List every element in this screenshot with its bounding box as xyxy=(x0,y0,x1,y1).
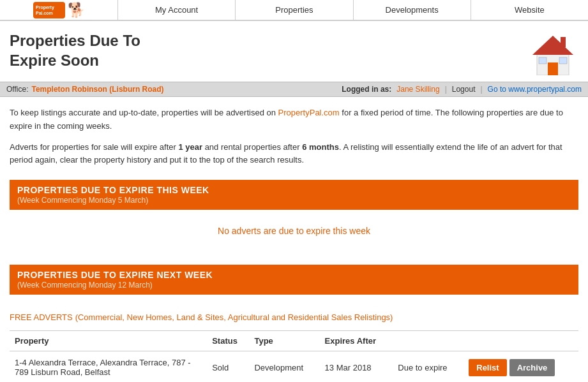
logged-in-user: Jane Skilling xyxy=(396,85,439,94)
col-action2 xyxy=(464,331,578,351)
separator1: | xyxy=(445,85,447,94)
free-adverts-label: FREE ADVERTS xyxy=(10,312,73,322)
house-icon xyxy=(527,31,578,75)
office-info: Office: Templeton Robinson (Lisburn Road… xyxy=(6,85,164,94)
property-status: Sold xyxy=(207,351,249,382)
propertypal-link[interactable]: PropertyPal.com xyxy=(278,108,340,117)
page-title: Properties Due To Expire Soon xyxy=(10,31,140,70)
top-navigation: Property Pal.com 🐕 My Account Properties… xyxy=(0,0,588,21)
nav-menu: My Account Properties Developments Websi… xyxy=(118,0,588,20)
logo-icon: Property Pal.com xyxy=(33,2,65,18)
next-week-header: PROPERTIES DUE TO EXPIRE NEXT WEEK (Week… xyxy=(10,265,578,295)
due-to-expire-label: Due to expire xyxy=(393,351,464,382)
col-expires: Expires After xyxy=(320,331,393,351)
nav-my-account[interactable]: My Account xyxy=(118,0,236,20)
col-status: Status xyxy=(207,331,249,351)
logo[interactable]: Property Pal.com 🐕 xyxy=(0,0,118,20)
office-name: Templeton Robinson (Lisburn Road) xyxy=(31,85,163,94)
properties-table: Property Status Type Expires After 1-4 A… xyxy=(10,330,578,382)
col-type: Type xyxy=(249,331,319,351)
this-week-title: PROPERTIES DUE TO EXPIRE THIS WEEK xyxy=(17,185,571,195)
property-expires: 13 Mar 2018 xyxy=(320,351,393,382)
table-header: Property Status Type Expires After xyxy=(10,331,578,351)
year-bold: 1 year xyxy=(178,142,202,152)
office-bar: Office: Templeton Robinson (Lisburn Road… xyxy=(0,82,588,97)
col-action1 xyxy=(393,331,464,351)
table-body: 1-4 Alexandra Terrace, Alexandra Terrace… xyxy=(10,351,578,382)
office-label: Office: xyxy=(6,85,28,94)
nav-developments[interactable]: Developments xyxy=(354,0,471,20)
next-week-section: PROPERTIES DUE TO EXPIRE NEXT WEEK (Week… xyxy=(10,265,578,295)
svg-rect-5 xyxy=(548,62,558,75)
property-type: Development xyxy=(249,351,319,382)
page-header: Properties Due To Expire Soon xyxy=(0,21,588,82)
intro-paragraph-2: Adverts for properties for sale will exp… xyxy=(10,141,578,168)
svg-rect-0 xyxy=(33,2,65,18)
separator2: | xyxy=(480,85,482,94)
main-content: To keep listings accurate and up-to-date… xyxy=(0,97,588,382)
svg-rect-7 xyxy=(559,57,567,64)
logo-dog-icon: 🐕 xyxy=(68,2,85,18)
months-bold: 6 months xyxy=(302,142,339,152)
next-week-title: PROPERTIES DUE TO EXPIRE NEXT WEEK xyxy=(17,270,571,280)
intro-paragraph-1: To keep listings accurate and up-to-date… xyxy=(10,107,578,133)
svg-text:Property: Property xyxy=(36,5,54,10)
table-row: 1-4 Alexandra Terrace, Alexandra Terrace… xyxy=(10,351,578,382)
this-week-header: PROPERTIES DUE TO EXPIRE THIS WEEK (Week… xyxy=(10,180,578,210)
no-adverts-message: No adverts are due to expire this week xyxy=(10,210,578,252)
logout-link[interactable]: Logout xyxy=(452,85,476,94)
office-right: Logged in as: Jane Skilling | Logout | G… xyxy=(342,85,582,94)
go-to-website-link[interactable]: Go to www.propertypal.com xyxy=(488,85,582,94)
nav-website[interactable]: Website xyxy=(471,0,588,20)
free-adverts-sublabel: (Commercial, New Homes, Land & Sites, Ag… xyxy=(75,312,393,322)
table-actions: RelistArchive xyxy=(464,351,578,382)
relist-button[interactable]: Relist xyxy=(469,359,506,376)
this-week-subtitle: (Week Commencing Monday 5 March) xyxy=(17,196,571,205)
free-adverts-section: FREE ADVERTS (Commercial, New Homes, Lan… xyxy=(10,304,578,327)
this-week-section: PROPERTIES DUE TO EXPIRE THIS WEEK (Week… xyxy=(10,180,578,252)
property-address: 1-4 Alexandra Terrace, Alexandra Terrace… xyxy=(10,351,207,382)
svg-rect-8 xyxy=(561,37,566,47)
next-week-subtitle: (Week Commencing Monday 12 March) xyxy=(17,281,571,290)
nav-properties[interactable]: Properties xyxy=(236,0,353,20)
svg-rect-6 xyxy=(539,57,547,64)
svg-text:Pal.com: Pal.com xyxy=(36,11,53,15)
logged-in-label: Logged in as: xyxy=(342,85,391,94)
archive-button[interactable]: Archive xyxy=(509,359,555,376)
col-property: Property xyxy=(10,331,207,351)
svg-marker-4 xyxy=(532,36,573,55)
